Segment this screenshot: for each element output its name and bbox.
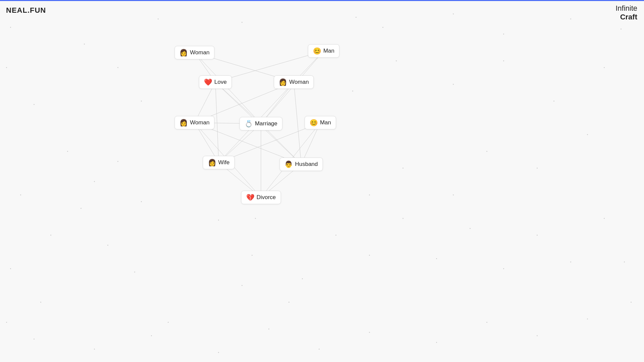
node-emoji-woman2: 👩 xyxy=(279,78,287,86)
svg-line-8 xyxy=(215,82,219,163)
node-emoji-wife: 👩 xyxy=(208,159,216,167)
node-label-wife: Wife xyxy=(218,159,230,166)
node-label-man1: Man xyxy=(323,48,334,54)
node-marriage[interactable]: 💍Marriage xyxy=(239,117,282,130)
node-woman3[interactable]: 👩Woman xyxy=(174,116,214,129)
node-label-husband: Husband xyxy=(295,161,318,168)
node-label-marriage: Marriage xyxy=(255,120,277,127)
node-woman1[interactable]: 👩Woman xyxy=(174,46,214,59)
node-man1[interactable]: 😊Man xyxy=(308,44,339,58)
node-husband[interactable]: 👨Husband xyxy=(279,158,323,171)
node-emoji-man2: 😊 xyxy=(310,119,318,127)
node-label-woman1: Woman xyxy=(190,49,209,56)
node-label-divorce: Divorce xyxy=(257,194,276,201)
node-emoji-marriage: 💍 xyxy=(245,120,253,128)
app-title: Infinite Craft xyxy=(615,4,637,22)
node-man2[interactable]: 😊Man xyxy=(305,116,336,129)
node-emoji-love: ❤️ xyxy=(204,78,212,86)
node-wife[interactable]: 👩Wife xyxy=(203,156,235,169)
node-emoji-woman1: 👩 xyxy=(179,49,188,57)
node-label-woman2: Woman xyxy=(289,79,309,85)
node-emoji-husband: 👨 xyxy=(284,160,293,168)
logo: NEAL.FUN xyxy=(6,6,46,15)
svg-line-13 xyxy=(294,82,301,164)
title-craft: Craft xyxy=(615,13,637,21)
node-woman2[interactable]: 👩Woman xyxy=(274,75,314,89)
node-label-man2: Man xyxy=(320,119,331,126)
node-label-woman3: Woman xyxy=(190,119,209,126)
node-emoji-divorce: 💔 xyxy=(246,193,255,201)
node-emoji-man1: 😊 xyxy=(313,47,321,55)
node-emoji-woman3: 👩 xyxy=(179,119,188,127)
node-label-love: Love xyxy=(214,79,227,85)
node-love[interactable]: ❤️Love xyxy=(199,75,232,89)
title-infinite: Infinite xyxy=(615,4,637,12)
node-divorce[interactable]: 💔Divorce xyxy=(241,191,281,204)
